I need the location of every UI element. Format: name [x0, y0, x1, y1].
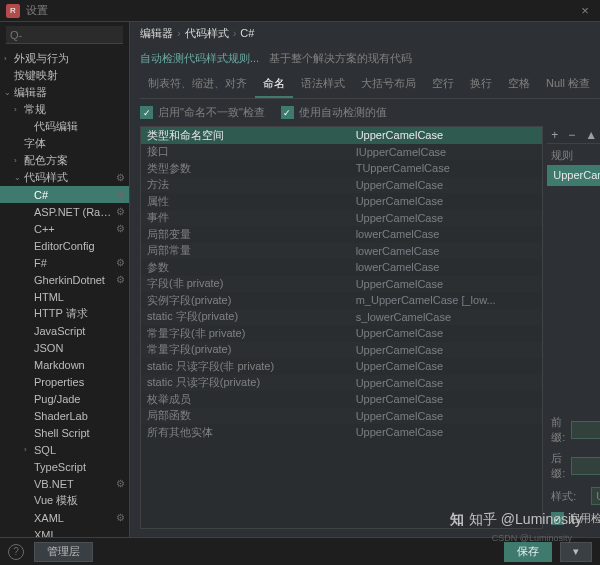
tree-item[interactable]: EditorConfig [0, 237, 129, 254]
tree-label: 常规 [24, 102, 125, 117]
more-button[interactable]: ▾ [560, 542, 592, 562]
bottombar: ? 管理层 保存 ▾ [0, 537, 600, 565]
tree-arrow-icon: ⌄ [14, 173, 24, 182]
tree-item[interactable]: ⌄代码样式⚙ [0, 169, 129, 186]
tree-item[interactable]: ›SQL [0, 441, 129, 458]
table-row[interactable]: 所有其他实体UpperCamelCase [141, 424, 542, 441]
detect-link[interactable]: 自动检测代码样式规则... [140, 51, 259, 66]
sidebar-search [0, 22, 129, 48]
tree-item[interactable]: GherkinDotnet⚙ [0, 271, 129, 288]
titlebar: R 设置 × [0, 0, 600, 22]
tree-item[interactable]: HTTP 请求 [0, 305, 129, 322]
table-row[interactable]: 接口IUpperCamelCase [141, 144, 542, 161]
tree-item[interactable]: Shell Script [0, 424, 129, 441]
tab[interactable]: 命名 [255, 72, 293, 98]
tree-item[interactable]: 代码编辑 [0, 118, 129, 135]
tab[interactable]: 大括号布局 [353, 72, 424, 98]
enable-check[interactable]: ✓ 启用检查 [551, 511, 600, 526]
style-select[interactable]: UpperCamelCase ▼ [591, 487, 600, 505]
help-icon[interactable]: ? [8, 544, 24, 560]
tab[interactable]: 空行 [424, 72, 462, 98]
rule-item[interactable]: UpperCamelCase (默认) [547, 165, 600, 186]
gear-icon: ⚙ [116, 206, 125, 217]
tree-item[interactable]: C#⚙ [0, 186, 129, 203]
tree-item[interactable]: C++⚙ [0, 220, 129, 237]
table-row[interactable]: 枚举成员UpperCamelCase [141, 391, 542, 408]
tree-label: 代码样式 [24, 170, 116, 185]
tree-item[interactable]: TypeScript [0, 458, 129, 475]
checkmark-icon: ✓ [551, 512, 564, 525]
tab[interactable]: 制表符、缩进、对齐 [140, 72, 255, 98]
tree-item[interactable]: JavaScript [0, 322, 129, 339]
check-enable-naming[interactable]: ✓ 启用"命名不一致"检查 [140, 105, 265, 120]
table-row[interactable]: 局部变量lowerCamelCase [141, 226, 542, 243]
up-button[interactable]: ▲ [585, 129, 597, 141]
table-row[interactable]: 参数lowerCamelCase [141, 259, 542, 276]
tree-item[interactable]: ⌄编辑器 [0, 84, 129, 101]
close-icon[interactable]: × [576, 3, 594, 18]
tree-label: 代码编辑 [34, 119, 125, 134]
settings-tree: ›外观与行为按键映射⌄编辑器›常规代码编辑字体›配色方案⌄代码样式⚙C#⚙ASP… [0, 48, 129, 537]
tree-item[interactable]: ›外观与行为 [0, 50, 129, 67]
gear-icon: ⚙ [116, 189, 125, 200]
tree-label: GherkinDotnet [34, 274, 116, 286]
table-row[interactable]: 常量字段(非 private)UpperCamelCase [141, 325, 542, 342]
tree-label: JSON [34, 342, 125, 354]
checkmark-icon: ✓ [140, 106, 153, 119]
suffix-input[interactable] [571, 457, 600, 475]
table-row[interactable]: 局部函数UpperCamelCase [141, 408, 542, 425]
tree-label: Shell Script [34, 427, 125, 439]
remove-button[interactable]: − [568, 129, 575, 141]
crumb-c[interactable]: C# [240, 27, 254, 39]
tab[interactable]: 空格 [500, 72, 538, 98]
table-row[interactable]: 字段(非 private)UpperCamelCase [141, 276, 542, 293]
tree-label: C# [34, 189, 116, 201]
search-input[interactable] [6, 26, 123, 44]
check-auto-detect[interactable]: ✓ 使用自动检测的值 [281, 105, 387, 120]
table-row[interactable]: 局部常量lowerCamelCase [141, 243, 542, 260]
tree-label: XAML [34, 512, 116, 524]
table-row[interactable]: static 字段(private)s_lowerCamelCase [141, 309, 542, 326]
table-row[interactable]: static 只读字段(非 private)UpperCamelCase [141, 358, 542, 375]
gear-icon: ⚙ [116, 274, 125, 285]
tree-item[interactable]: ›配色方案 [0, 152, 129, 169]
tree-label: ShaderLab [34, 410, 125, 422]
tree-item[interactable]: Pug/Jade [0, 390, 129, 407]
tree-item[interactable]: F#⚙ [0, 254, 129, 271]
tree-item[interactable]: XML [0, 526, 129, 537]
tree-item[interactable]: ›常规 [0, 101, 129, 118]
tree-item[interactable]: Markdown [0, 356, 129, 373]
table-header[interactable]: 类型和命名空间UpperCamelCase [141, 127, 542, 144]
tree-label: 配色方案 [24, 153, 125, 168]
tree-item[interactable]: 字体 [0, 135, 129, 152]
manage-scheme-button[interactable]: 管理层 [34, 542, 93, 562]
tree-label: TypeScript [34, 461, 125, 473]
tree-item[interactable]: Properties [0, 373, 129, 390]
tab[interactable]: Null 检查 [538, 72, 598, 98]
prefix-input[interactable] [571, 421, 600, 439]
table-row[interactable]: 属性UpperCamelCase [141, 193, 542, 210]
add-button[interactable]: + [551, 129, 558, 141]
tree-item[interactable]: ASP.NET (Razor)⚙ [0, 203, 129, 220]
table-row[interactable]: 类型参数TUpperCamelCase [141, 160, 542, 177]
suffix-row: 后缀: [547, 448, 600, 484]
table-row[interactable]: 常量字段(private)UpperCamelCase [141, 342, 542, 359]
table-row[interactable]: 事件UpperCamelCase [141, 210, 542, 227]
tree-item[interactable]: Vue 模板 [0, 492, 129, 509]
prefix-row: 前缀: [547, 412, 600, 448]
crumb-a[interactable]: 编辑器 [140, 26, 173, 41]
tree-item[interactable]: JSON [0, 339, 129, 356]
table-row[interactable]: static 只读字段(private)UpperCamelCase [141, 375, 542, 392]
table-row[interactable]: 实例字段(private)m_UpperCamelCase [_low... [141, 292, 542, 309]
tab[interactable]: 语法样式 [293, 72, 353, 98]
tab[interactable]: 换行 [462, 72, 500, 98]
tree-item[interactable]: HTML [0, 288, 129, 305]
crumb-b[interactable]: 代码样式 [185, 26, 229, 41]
table-row[interactable]: 方法UpperCamelCase [141, 177, 542, 194]
save-button[interactable]: 保存 [504, 542, 552, 562]
tree-item[interactable]: ShaderLab [0, 407, 129, 424]
tree-item[interactable]: 按键映射 [0, 67, 129, 84]
tree-arrow-icon: ⌄ [4, 88, 14, 97]
tree-item[interactable]: XAML⚙ [0, 509, 129, 526]
tree-item[interactable]: VB.NET⚙ [0, 475, 129, 492]
